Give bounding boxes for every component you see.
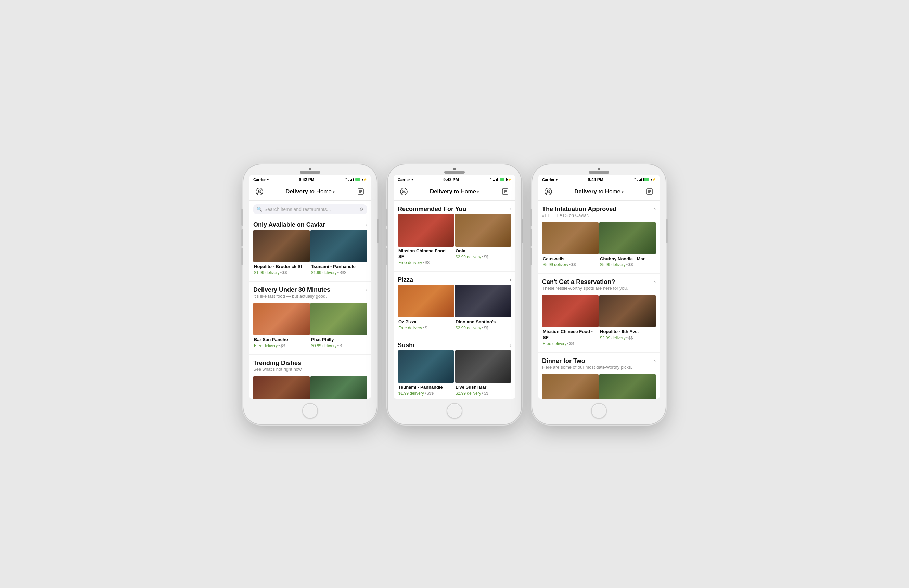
profile-icon[interactable] xyxy=(398,186,409,197)
restaurant-card[interactable]: Causwells $5.99 delivery • $$ xyxy=(542,374,598,399)
delivery-fee: $1.99 delivery xyxy=(398,391,424,396)
restaurant-card[interactable]: Nopalito - 9th Ave. $2.99 delivery • $$ xyxy=(599,295,656,347)
section-header-cant-get-reservation: Can't Get a Reservation? These ressie-wo… xyxy=(542,278,656,294)
separator: • xyxy=(338,343,339,348)
search-input[interactable]: Search items and restaurants... xyxy=(264,207,359,212)
phone-screen: Carrier ▾ 9:42 PM ⌃ ⚡ xyxy=(249,175,371,399)
price-range: $$ xyxy=(425,260,430,265)
section-title-block: Dinner for Two Here are some of our most… xyxy=(542,357,632,373)
restaurant-grid: Bar San Pancho Free delivery • $$ xyxy=(253,303,367,350)
restaurant-image xyxy=(253,376,310,399)
restaurant-delivery: Free delivery • $$ xyxy=(543,341,598,346)
delivery-fee: $1.99 delivery xyxy=(254,270,280,275)
restaurant-card[interactable]: Oola $2.99 delivery • $$ xyxy=(455,214,511,267)
nav-title[interactable]: Delivery to Home ▾ xyxy=(574,188,624,195)
restaurant-card[interactable]: Causwells $5.99 delivery • $$ xyxy=(542,222,598,269)
restaurant-info: Chubby Noodle - Mar... $5.99 delivery • … xyxy=(599,255,656,269)
section-arrow[interactable]: › xyxy=(509,206,511,212)
phone-top-bar xyxy=(589,164,609,175)
restaurant-delivery: $1.99 delivery • $$ xyxy=(254,270,309,275)
section-trending-dishes: Trending Dishes See what's hot right now… xyxy=(249,355,371,399)
section-recommended: Recommended For You › Mission Chinese Fo… xyxy=(393,201,516,272)
restaurant-image xyxy=(455,350,511,383)
restaurant-card[interactable]: Mission Chinese Food - SF Free delivery … xyxy=(542,295,598,347)
restaurant-image xyxy=(455,214,511,247)
profile-icon[interactable] xyxy=(543,186,554,197)
nav-title[interactable]: Delivery to Home ▾ xyxy=(430,188,479,195)
restaurant-card[interactable] xyxy=(311,376,367,399)
section-arrow[interactable]: › xyxy=(654,206,656,212)
restaurant-delivery: $1.99 delivery • $$$ xyxy=(311,270,366,275)
restaurant-image xyxy=(253,303,310,335)
svg-point-13 xyxy=(547,189,549,192)
home-button[interactable] xyxy=(446,403,463,419)
restaurant-grid: Nopalito - Broderick St $1.99 delivery •… xyxy=(253,230,367,277)
status-bar: Carrier ▾ 9:44 PM ⌃ ⚡ xyxy=(538,175,660,183)
section-arrow[interactable]: › xyxy=(365,287,367,292)
restaurant-card[interactable]: Nopalito - Broderick St $1.99 delivery •… xyxy=(253,230,310,277)
status-time: 9:42 PM xyxy=(443,177,459,182)
gps-icon: ⌃ xyxy=(634,178,636,181)
restaurant-delivery: Free delivery • $$ xyxy=(398,260,453,265)
restaurant-card[interactable]: Chubby Noodle $5.99 delivery • $$ xyxy=(599,374,656,399)
section-arrow[interactable]: › xyxy=(365,222,367,228)
orders-icon[interactable] xyxy=(355,186,366,197)
separator: • xyxy=(423,326,424,330)
filter-icon[interactable]: ⚙ xyxy=(359,207,364,212)
restaurant-card[interactable]: Live Sushi Bar $2.99 delivery • $$ xyxy=(455,350,511,397)
restaurant-info: Oola $2.99 delivery • $$ xyxy=(455,247,511,261)
restaurant-card[interactable]: Oz Pizza Free delivery • $ xyxy=(398,285,454,332)
section-arrow[interactable]: › xyxy=(654,358,656,363)
restaurant-name: Oz Pizza xyxy=(398,319,453,325)
signal-bar-4 xyxy=(641,178,642,181)
price-range: $$ xyxy=(571,262,576,267)
restaurant-delivery: $5.99 delivery • $$ xyxy=(543,262,598,267)
carrier-label: Carrier xyxy=(398,178,410,182)
price-range: $$ xyxy=(628,262,633,267)
section-arrow[interactable]: › xyxy=(509,277,511,283)
restaurant-image xyxy=(599,222,656,255)
section-title: Dinner for Two xyxy=(542,357,632,365)
restaurant-card[interactable]: Tsunami - Panhandle $1.99 delivery • $$$ xyxy=(398,350,454,397)
battery-fill xyxy=(355,178,360,181)
restaurant-delivery: $5.99 delivery • $$ xyxy=(600,262,655,267)
restaurant-card[interactable] xyxy=(253,376,310,399)
restaurant-delivery: Free delivery • $ xyxy=(398,326,453,330)
screen-content[interactable]: Recommended For You › Mission Chinese Fo… xyxy=(393,201,516,399)
home-button[interactable] xyxy=(302,403,318,419)
screen-content[interactable]: The Infatuation Approved #EEEEEATS on Ca… xyxy=(538,201,660,399)
signal-bar-3 xyxy=(640,179,641,181)
restaurant-delivery: $2.99 delivery • $$ xyxy=(456,391,511,396)
section-arrow[interactable]: › xyxy=(654,279,656,284)
restaurant-name: Nopalito - Broderick St xyxy=(254,264,309,270)
profile-icon[interactable] xyxy=(254,186,265,197)
price-range: $$ xyxy=(484,391,488,396)
restaurant-image xyxy=(455,285,511,317)
signal-bars xyxy=(493,178,498,181)
restaurant-grid: Mission Chinese Food - SF Free delivery … xyxy=(542,295,656,347)
home-button[interactable] xyxy=(591,403,607,419)
restaurant-image xyxy=(253,230,310,262)
screen-content[interactable]: Only Available on Caviar › Nopalito - Br… xyxy=(249,216,371,399)
search-bar[interactable]: 🔍 Search items and restaurants... ⚙ xyxy=(253,204,367,215)
delivery-fee: $5.99 delivery xyxy=(600,262,626,267)
separator: • xyxy=(338,270,339,275)
restaurant-card[interactable]: Mission Chinese Food - SF Free delivery … xyxy=(398,214,454,267)
restaurant-card[interactable]: Bar San Pancho Free delivery • $$ xyxy=(253,303,310,350)
section-arrow[interactable]: › xyxy=(509,342,511,348)
orders-icon[interactable] xyxy=(644,186,655,197)
delivery-fee: $0.99 delivery xyxy=(311,343,337,348)
section-title-block: Can't Get a Reservation? These ressie-wo… xyxy=(542,278,628,294)
price-range: $$ xyxy=(569,341,574,346)
separator: • xyxy=(482,391,483,396)
delivery-fee: Free delivery xyxy=(398,326,422,330)
phone-3: Carrier ▾ 9:44 PM ⌃ ⚡ xyxy=(532,164,666,424)
restaurant-card[interactable]: Tsunami - Panhandle $1.99 delivery • $$$ xyxy=(311,230,367,277)
restaurant-card[interactable]: Chubby Noodle - Mar... $5.99 delivery • … xyxy=(599,222,656,269)
restaurant-name: Tsunami - Panhandle xyxy=(311,264,366,270)
nav-title[interactable]: Delivery to Home ▾ xyxy=(285,188,335,195)
restaurant-name: Oola xyxy=(456,248,511,254)
orders-icon[interactable] xyxy=(500,186,511,197)
restaurant-card[interactable]: Dino and Santino's $2.99 delivery • $$ xyxy=(455,285,511,332)
restaurant-card[interactable]: Phat Philly $0.99 delivery • $ xyxy=(311,303,367,350)
